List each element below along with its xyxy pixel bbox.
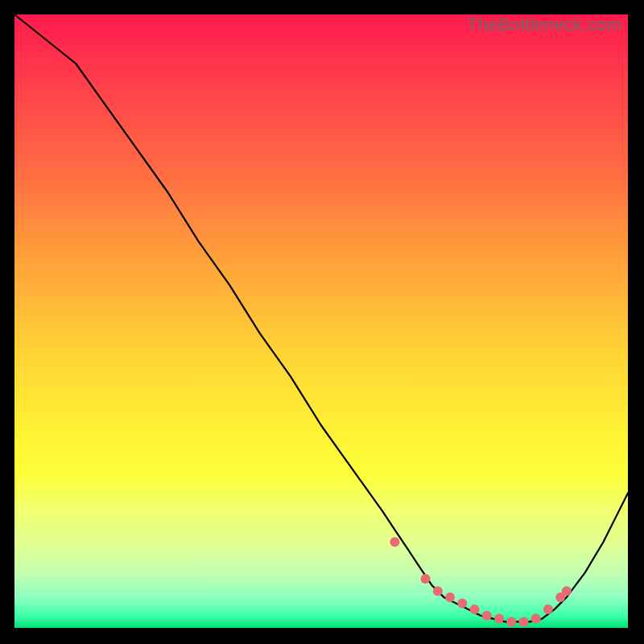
chart-marker bbox=[531, 614, 541, 624]
chart-marker bbox=[457, 599, 467, 609]
chart-marker bbox=[470, 605, 480, 614]
chart-marker bbox=[506, 617, 516, 626]
chart-marker bbox=[562, 586, 572, 596]
chart-marker bbox=[494, 614, 504, 624]
bottleneck-curve bbox=[14, 14, 628, 621]
chart-marker bbox=[519, 617, 529, 626]
chart-plot-area: TheBottleneck.com bbox=[14, 14, 628, 628]
chart-marker bbox=[421, 574, 431, 584]
chart-markers bbox=[390, 537, 571, 626]
chart-svg bbox=[14, 14, 628, 628]
chart-marker bbox=[433, 586, 443, 596]
chart-marker bbox=[445, 592, 455, 602]
chart-marker bbox=[482, 611, 492, 621]
chart-marker bbox=[390, 537, 399, 547]
chart-marker bbox=[543, 605, 553, 614]
